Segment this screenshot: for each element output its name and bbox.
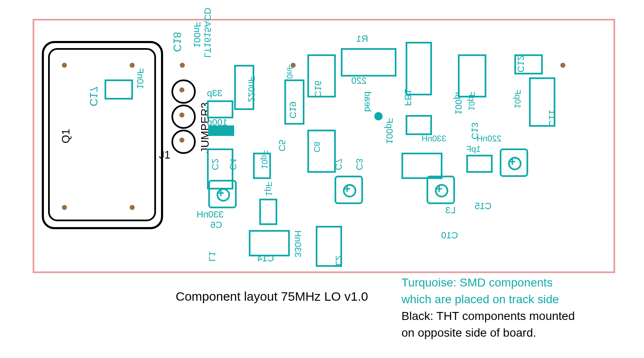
10pf2-label: 10pF (467, 92, 476, 111)
legend-turquoise-2: which are placed on track side (401, 293, 559, 306)
trimmer1 (208, 180, 237, 208)
jumper-pad (171, 130, 196, 154)
100p-label: 100p (207, 117, 227, 128)
legend-black-2: on opposite side of board. (401, 326, 536, 340)
trimmer2 (335, 176, 363, 204)
10pf3-label: 10pF (513, 90, 522, 109)
c-box3 (458, 54, 486, 97)
c3-label: C3 (354, 159, 365, 170)
220nf-label: 220nF (246, 76, 257, 102)
bead-label: bead (362, 92, 373, 112)
1pf2-label: 1pF (466, 144, 480, 154)
c2-label: C2 (210, 159, 220, 170)
l3-outer (401, 153, 442, 179)
legend-turquoise-1: Turquoise: SMD components (401, 276, 553, 289)
jumper-pad (171, 105, 196, 129)
c15-box (466, 155, 493, 173)
pad (62, 63, 67, 68)
l3-label: L3 (445, 205, 455, 216)
r1-box (341, 48, 396, 77)
trimmer4 (500, 148, 528, 177)
33p-label: 33p (207, 88, 222, 99)
legend-black-1: Black: THT components mounted (401, 309, 575, 323)
c17-comp (105, 79, 133, 100)
100pf1-label: 100pF (384, 118, 395, 144)
c18-label: C18 (171, 32, 184, 52)
c19-label: C19 (287, 102, 298, 118)
10pf1-label: 10pF (260, 150, 269, 169)
lt1615-label: LT1615ACD (202, 8, 213, 57)
c17-label: C17 (87, 87, 100, 107)
jumper-pad (171, 79, 196, 104)
1pf1-label: 1pF (264, 182, 273, 196)
c4-label: C4 (227, 159, 238, 170)
c17-10nf: 10nF (135, 68, 146, 89)
pad (62, 205, 67, 210)
c9-box (406, 115, 432, 135)
c-33p (207, 100, 233, 118)
r1-label: R1 (356, 33, 368, 44)
pad (130, 205, 135, 210)
c14-box (249, 230, 290, 256)
c6-label: C6 (210, 220, 222, 230)
c18-100nf: 100nF (192, 22, 202, 48)
pad-filled (374, 112, 383, 120)
c8-label: C8 (312, 142, 322, 153)
c11-label: C11 (547, 110, 557, 127)
220-label: 220 (351, 75, 367, 86)
c5-box (259, 199, 277, 225)
pad (180, 63, 185, 68)
l1-label: L1 (207, 251, 217, 261)
trimmer3 (427, 176, 455, 204)
caption: Component layout 75MHz LO v1.0 (176, 289, 368, 304)
330nh3-label: 330nH (422, 134, 446, 143)
fb1-label: FB1 (402, 89, 413, 106)
j1-label: J1 (159, 148, 170, 161)
pad (130, 63, 135, 68)
c5-label: C5 (276, 140, 287, 151)
pad (560, 63, 565, 68)
l2-label: L2 (333, 256, 344, 266)
c16-label: C16 (312, 81, 323, 97)
q1-label: Q1 (59, 129, 72, 143)
c15-label: C15 (475, 201, 491, 212)
c12-label: C12 (515, 56, 526, 72)
fb1-box (406, 42, 432, 95)
c7-label: C7 (333, 159, 344, 170)
c14-label: C14 (257, 253, 274, 264)
c10-label: C10 (441, 230, 458, 241)
220nh-label: 220nH (477, 134, 501, 143)
330nh2-label: 330nH (292, 230, 303, 258)
330nh1-label: 330nH (197, 209, 224, 220)
